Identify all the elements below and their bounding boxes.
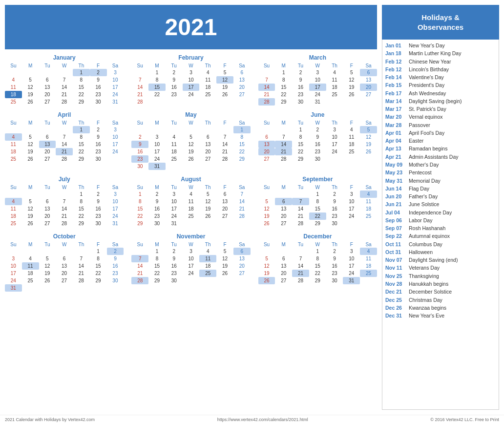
day-cell: 11 — [5, 84, 22, 91]
day-header: F — [90, 63, 107, 69]
week-row: 12345 — [258, 126, 377, 133]
day-cell: 19 — [22, 212, 39, 220]
holiday-name: Veterans Day — [409, 264, 440, 272]
day-cell: 12 — [199, 198, 216, 205]
day-cell — [275, 248, 292, 255]
day-cell: 19 — [343, 84, 360, 91]
day-cell: 24 — [343, 212, 360, 220]
day-cell: 31 — [107, 98, 124, 106]
month-august: AugustSuMTuWThFSa12345678910111213141516… — [131, 176, 250, 227]
day-cell — [73, 248, 90, 255]
day-header: Tu — [39, 241, 56, 248]
holiday-name: Christmas Day — [409, 296, 442, 304]
week-row: 25262728293031 — [5, 98, 124, 106]
day-cell: 2 — [166, 69, 183, 76]
day-cell: 13 — [275, 205, 292, 212]
day-cell — [258, 248, 275, 255]
day-cell: 12 — [360, 133, 377, 141]
day-cell: 30 — [131, 163, 148, 170]
day-cell: 17 — [343, 205, 360, 212]
holiday-date: Dec 26 — [385, 304, 406, 312]
week-row: 12 — [5, 248, 124, 255]
day-header: F — [216, 241, 233, 248]
day-cell: 16 — [326, 262, 343, 270]
holiday-name: Valentine's Day — [409, 73, 444, 81]
day-header: M — [275, 120, 292, 126]
holiday-date: Apr 21 — [385, 153, 406, 161]
month-title: March — [258, 54, 377, 61]
week-row: 891011121314 — [131, 198, 250, 205]
day-cell: 8 — [148, 255, 166, 262]
holiday-item: Nov 25Thanksgiving — [385, 272, 496, 280]
holiday-date: Jan 18 — [385, 49, 406, 57]
day-cell: 29 — [309, 220, 326, 227]
week-row: 123456 — [131, 248, 250, 255]
day-cell: 26 — [258, 277, 275, 284]
day-cell: 30 — [107, 277, 124, 284]
day-cell — [258, 126, 275, 133]
day-header: Tu — [39, 184, 56, 191]
holiday-date: Mar 20 — [385, 113, 406, 121]
week-row: 18192021222324 — [5, 148, 124, 155]
day-cell: 23 — [292, 91, 309, 98]
day-cell: 19 — [22, 148, 39, 155]
holiday-date: Nov 25 — [385, 272, 406, 280]
day-cell: 13 — [216, 198, 233, 205]
week-row: 78910111213 — [258, 76, 377, 84]
holiday-date: Mar 28 — [385, 121, 406, 129]
day-cell: 9 — [292, 76, 309, 84]
day-header: Su — [131, 184, 148, 191]
day-cell: 12 — [258, 205, 275, 212]
week-row: 123 — [5, 69, 124, 76]
day-cell: 28 — [73, 277, 90, 284]
week-row: 15161718192021 — [131, 205, 250, 212]
day-cell: 14 — [292, 262, 309, 270]
week-row: 567891011 — [258, 255, 377, 262]
day-cell: 1 — [292, 126, 309, 133]
day-cell — [39, 248, 56, 255]
day-cell: 30 — [326, 220, 343, 227]
day-cell: 25 — [343, 148, 360, 155]
day-cell: 30 — [90, 220, 107, 227]
day-cell: 27 — [199, 155, 216, 163]
day-cell: 15 — [90, 262, 107, 270]
day-cell: 26 — [216, 91, 233, 98]
day-cell — [183, 277, 200, 284]
day-cell: 2 — [131, 133, 148, 141]
day-header: Th — [199, 120, 216, 126]
holiday-name: December Solstice — [409, 288, 452, 296]
week-row: 13141516171819 — [258, 141, 377, 148]
holiday-name: Daylight Saving (end) — [409, 256, 458, 264]
day-cell: 14 — [73, 262, 90, 270]
day-cell: 28 — [131, 98, 148, 106]
day-cell: 23 — [90, 91, 107, 98]
day-cell: 17 — [5, 270, 22, 277]
day-header: Su — [5, 120, 22, 126]
holiday-item: Jan 01New Year's Day — [385, 42, 496, 49]
day-cell: 24 — [107, 148, 124, 155]
day-cell — [326, 98, 343, 106]
day-cell: 22 — [73, 148, 90, 155]
day-cell: 3 — [148, 133, 166, 141]
day-cell: 13 — [39, 205, 56, 212]
day-cell: 25 — [199, 91, 216, 98]
day-cell: 17 — [183, 84, 200, 91]
week-row: 123456 — [258, 69, 377, 76]
holidays-list: Jan 01New Year's DayJan 18Martin Luther … — [382, 40, 499, 410]
day-cell: 2 — [326, 191, 343, 198]
day-cell: 5 — [22, 198, 39, 205]
day-header: F — [216, 184, 233, 191]
day-cell — [216, 220, 233, 227]
holiday-item: May 09Mother's Day — [385, 161, 496, 169]
holiday-date: May 31 — [385, 177, 406, 185]
day-header: Tu — [166, 241, 183, 248]
day-cell: 20 — [216, 205, 233, 212]
day-cell: 20 — [275, 270, 292, 277]
day-cell: 7 — [233, 191, 251, 198]
day-cell: 6 — [56, 255, 73, 262]
months-grid: JanuarySuMTuWThFSa1234567891011121314151… — [5, 54, 377, 292]
day-cell: 12 — [183, 141, 200, 148]
day-header: Su — [5, 184, 22, 191]
holiday-item: Dec 21December Solstice — [385, 288, 496, 296]
day-cell — [39, 191, 56, 198]
